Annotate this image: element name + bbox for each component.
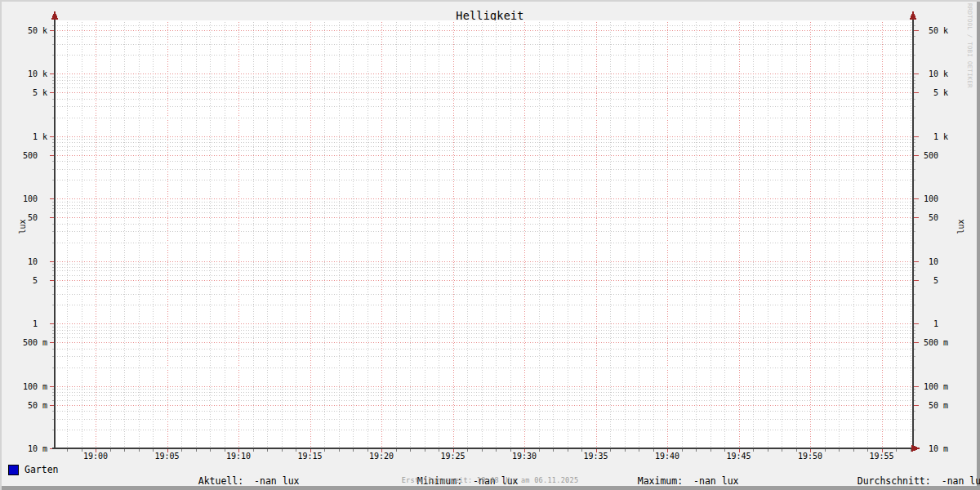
y-tick-label-left: 500 m — [0, 337, 47, 348]
y-tick-label-left: 10 — [0, 256, 47, 267]
y-tick-label-right: 100 — [901, 194, 948, 204]
y-tick-label-right: 100 m — [901, 381, 948, 392]
legend-series-label: Garten — [24, 464, 59, 475]
x-tick-label: 19:10 — [217, 452, 260, 461]
x-tick-label: 19:30 — [503, 452, 546, 461]
y-tick-label-left: 50 — [0, 212, 47, 223]
y-tick-label-left: 50 m — [0, 400, 47, 411]
x-tick-label: 19:05 — [146, 452, 189, 461]
y-tick-label-left: 5 k — [0, 87, 47, 98]
y-tick-label-right: 5 — [901, 275, 948, 286]
y-tick-label-left: 10 m — [0, 443, 47, 454]
x-tick-label: 19:45 — [718, 452, 760, 461]
y-tick-label-left: 50 k — [0, 25, 47, 36]
y-tick-label-right: 10 m — [901, 443, 948, 454]
rrdtool-watermark: RRDTOOL / TOBI OETIKER — [966, 3, 973, 88]
y-axis-unit-right: lux — [956, 211, 965, 243]
rrdtool-graph: Helligkeit lux lux 50 k10 k5 k1 k500 100… — [0, 0, 980, 490]
y-tick-label-right: 50 m — [901, 400, 948, 411]
y-tick-label-right: 1 k — [901, 131, 948, 142]
y-tick-label-right: 10 — [901, 256, 948, 267]
y-tick-label-left: 1 — [0, 318, 47, 329]
y-tick-label-left: 10 k — [0, 69, 47, 79]
x-tick-label: 19:25 — [432, 452, 474, 461]
y-tick-label-left: 5 — [0, 275, 47, 286]
y-tick-label-right: 5 k — [901, 87, 948, 98]
legend-color-swatch — [8, 465, 19, 475]
y-tick-label-left: 100 — [0, 194, 47, 204]
x-tick-label: 19:20 — [360, 452, 403, 461]
creation-timestamp: Erstellungszeit: 19:48 Uhr am 06.11.2025 — [0, 476, 980, 484]
y-tick-label-right: 500 m — [901, 337, 948, 348]
y-tick-label-right: 50 k — [901, 25, 948, 36]
x-tick-label: 19:35 — [575, 452, 617, 461]
chart-grid — [0, 0, 980, 490]
y-tick-label-left: 500 — [0, 150, 47, 161]
x-tick-label: 19:50 — [789, 452, 831, 461]
y-tick-label-left: 100 m — [0, 381, 47, 392]
y-tick-label-left: 1 k — [0, 131, 47, 142]
y-axis-arrow-right — [910, 11, 917, 20]
x-tick-label: 19:55 — [861, 452, 903, 461]
y-tick-label-right: 10 k — [901, 69, 948, 79]
y-tick-label-right: 500 — [901, 150, 948, 161]
y-axis-arrow-left — [51, 11, 59, 20]
y-tick-label-right: 1 — [901, 318, 948, 329]
y-tick-label-right: 50 — [901, 212, 948, 223]
x-tick-label: 19:40 — [646, 452, 688, 461]
x-tick-label: 19:15 — [289, 452, 332, 461]
x-tick-label: 19:00 — [74, 452, 117, 461]
